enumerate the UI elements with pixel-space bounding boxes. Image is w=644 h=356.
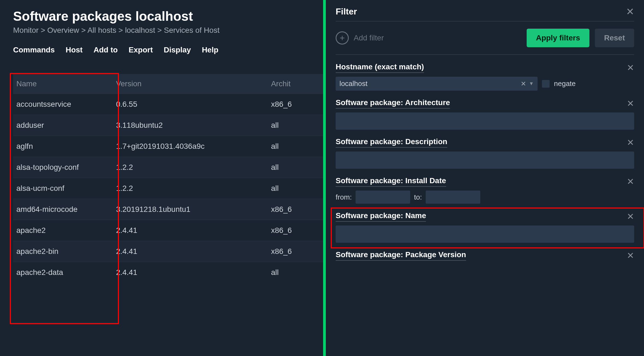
filter-label: Software package: Description [336,137,447,148]
table-row[interactable]: alsa-ucm-conf1.2.2all [13,178,323,199]
page-title: Software packages localhost [13,9,323,24]
menu-host[interactable]: Host [65,46,82,54]
filter-label: Hostname (exact match) [336,63,424,73]
cell-name: amd64-microcode [13,199,113,220]
cell-name: apache2 [13,220,113,241]
package-name-input[interactable] [336,226,634,243]
hostname-value: localhost [339,79,518,88]
apply-filters-button[interactable]: Apply filters [527,29,589,47]
cell-name: adduser [13,115,113,136]
breadcrumb-item[interactable]: Monitor [13,26,38,34]
cell-version: 2.4.41 [113,220,268,241]
negate-label: negate [554,79,576,88]
cell-arch: x86_6 [268,199,323,220]
menu-commands[interactable]: Commands [13,46,55,54]
cell-arch: all [268,262,323,283]
add-filter-label: Add filter [354,34,384,42]
table-row[interactable]: amd64-microcode3.20191218.1ubuntu1x86_6 [13,199,323,220]
cell-version: 2.4.41 [113,241,268,262]
remove-filter-icon[interactable]: ✕ [627,99,634,108]
hostname-input[interactable]: localhost ✕ ▼ [336,77,538,91]
architecture-input[interactable] [336,112,634,130]
menu-add-to[interactable]: Add to [94,46,118,54]
negate-checkbox[interactable] [542,80,550,88]
filter-heading: Filter [336,7,357,17]
chevron-down-icon[interactable]: ▼ [529,81,534,87]
menu-display[interactable]: Display [164,46,191,54]
cell-arch: x86_6 [268,94,323,115]
packages-table: Name Version Archit accountsservice0.6.5… [13,74,323,283]
filter-hostname: Hostname (exact match) ✕ localhost ✕ ▼ n… [336,63,634,91]
column-header-arch[interactable]: Archit [268,74,323,94]
filter-label: Software package: Architecture [336,98,450,109]
remove-filter-icon[interactable]: ✕ [627,63,634,72]
cell-version: 3.20191218.1ubuntu1 [113,199,268,220]
column-header-name[interactable]: Name [13,74,113,94]
cell-version: 1.7+git20191031.4036a9c [113,136,268,157]
close-icon[interactable]: ✕ [626,7,634,17]
to-label: to: [414,193,422,201]
breadcrumb-item[interactable]: Services of Host [164,26,220,34]
menubar: Commands Host Add to Export Display Help [13,41,323,59]
menu-help[interactable]: Help [202,46,219,54]
cell-arch: all [268,136,323,157]
filter-install-date: Software package: Install Date ✕ from: t… [336,176,634,204]
remove-filter-icon[interactable]: ✕ [627,251,634,260]
cell-version: 1.2.2 [113,178,268,199]
remove-filter-icon[interactable]: ✕ [627,177,634,186]
breadcrumb-item[interactable]: localhost [125,26,155,34]
cell-name: aglfn [13,136,113,157]
breadcrumb: Monitor > Overview > All hosts > localho… [13,26,323,35]
breadcrumb-item[interactable]: Overview [47,26,79,34]
remove-filter-icon[interactable]: ✕ [627,212,634,221]
add-filter-button[interactable]: + Add filter [336,31,384,44]
column-header-version[interactable]: Version [113,74,268,94]
plus-icon: + [336,31,349,44]
cell-version: 0.6.55 [113,94,268,115]
cell-name: apache2-bin [13,241,113,262]
breadcrumb-item[interactable]: All hosts [87,26,116,34]
cell-arch: x86_6 [268,241,323,262]
cell-version: 1.2.2 [113,157,268,178]
description-input[interactable] [336,152,634,169]
filter-description: Software package: Description ✕ [336,137,634,169]
table-row[interactable]: apache22.4.41x86_6 [13,220,323,241]
table-row[interactable]: apache2-bin2.4.41x86_6 [13,241,323,262]
clear-icon[interactable]: ✕ [521,80,526,88]
cell-name: apache2-data [13,262,113,283]
remove-filter-icon[interactable]: ✕ [627,138,634,147]
cell-name: alsa-ucm-conf [13,178,113,199]
cell-name: alsa-topology-conf [13,157,113,178]
table-row[interactable]: alsa-topology-conf1.2.2all [13,157,323,178]
from-date-input[interactable] [356,191,410,204]
filter-panel: Filter ✕ + Add filter Apply filters Rese… [326,0,644,356]
cell-version: 2.4.41 [113,262,268,283]
table-row[interactable]: accountsservice0.6.55x86_6 [13,94,323,115]
cell-version: 3.118ubuntu2 [113,115,268,136]
filter-label: Software package: Install Date [336,176,446,187]
filter-label: Software package: Package Version [336,250,466,261]
main-content: Software packages localhost Monitor > Ov… [0,0,323,356]
filter-architecture: Software package: Architecture ✕ [336,98,634,130]
filter-package-name: Software package: Name ✕ [336,211,634,243]
filter-package-version: Software package: Package Version ✕ [336,250,634,261]
table-row[interactable]: apache2-data2.4.41all [13,262,323,283]
cell-arch: all [268,178,323,199]
menu-export[interactable]: Export [129,46,153,54]
cell-name: accountsservice [13,94,113,115]
cell-arch: x86_6 [268,220,323,241]
table-row[interactable]: adduser3.118ubuntu2all [13,115,323,136]
reset-button[interactable]: Reset [595,29,634,47]
to-date-input[interactable] [426,191,480,204]
table-row[interactable]: aglfn1.7+git20191031.4036a9call [13,136,323,157]
cell-arch: all [268,157,323,178]
from-label: from: [336,193,352,201]
panel-divider [323,0,326,356]
cell-arch: all [268,115,323,136]
filter-label: Software package: Name [336,211,426,222]
